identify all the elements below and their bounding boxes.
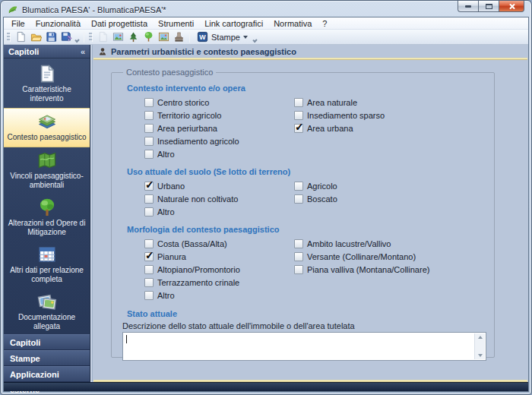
stamp-button[interactable]	[171, 30, 186, 44]
sidebar-item-altri-dati-per-relazione-completa[interactable]: Altri dati per relazione completa	[4, 242, 90, 289]
checkbox-insediamento-sparso[interactable]	[294, 111, 303, 120]
checkbox-label: Altopiano/Promontorio	[157, 265, 240, 274]
menu-funzionalita[interactable]: Funzionalità	[30, 18, 86, 29]
collapse-sidebar-icon[interactable]: «	[81, 47, 85, 56]
checkbox-columns: Costa (Bassa/Alta)PianuraAltopiano/Promo…	[144, 237, 486, 302]
checkbox-area-naturale[interactable]	[294, 98, 303, 107]
checkbox-row-boscato[interactable]: Boscato	[294, 192, 486, 205]
checkbox-row-costa-bassa-alta[interactable]: Costa (Bassa/Alta)	[144, 237, 294, 250]
panel-bar-applicazioni-esterne[interactable]: Applicazioni esterne	[4, 366, 90, 382]
checkbox-row-centro-storico[interactable]: Centro storico	[144, 96, 294, 109]
checkbox-row-area-periurbana[interactable]: Area periurbana	[144, 122, 294, 134]
checkbox-column-right: Area naturaleInsediamento sparsoArea urb…	[294, 96, 486, 160]
photo-button[interactable]	[110, 30, 125, 44]
menu-normativa[interactable]: Normativa	[268, 18, 317, 29]
checkbox-row-area-naturale[interactable]: Area naturale	[294, 96, 486, 109]
textarea-scrollbar[interactable]	[474, 333, 485, 359]
save-button[interactable]	[43, 30, 59, 44]
menu-file[interactable]: File	[6, 18, 30, 29]
chevron-down-icon	[243, 36, 248, 39]
menu-link-cartografici[interactable]: Link cartografici	[199, 18, 268, 29]
save-as-button[interactable]	[59, 30, 74, 44]
checkbox-altopiano-promontorio[interactable]	[144, 265, 154, 274]
stato-attuale-textarea[interactable]	[122, 332, 486, 361]
checkbox-altro[interactable]	[144, 150, 154, 159]
content-header: Parametri urbanistici e contesto paesagg…	[93, 45, 528, 58]
section-title: Morfologia del contesto paesaggistico	[127, 225, 486, 234]
checkbox-label: Costa (Bassa/Alta)	[157, 239, 227, 248]
menu-dati-progettista[interactable]: Dati progettista	[86, 18, 153, 29]
page-new-disabled-button[interactable]	[95, 30, 110, 44]
scroll-up-icon[interactable]	[478, 336, 483, 339]
menu-strumenti[interactable]: Strumenti	[153, 18, 199, 29]
window-title: Blumatica PAESA' - BlumaticaPAESA'*	[22, 5, 166, 14]
close-button[interactable]	[499, 1, 524, 12]
checkbox-row-terrazzamento-crinale[interactable]: Terrazzamento crinale	[144, 276, 294, 289]
stampe-dropdown[interactable]: W Stampe	[193, 30, 252, 44]
panel-bar-capitoli[interactable]: Capitoli	[4, 334, 90, 350]
checkbox-insediamento-agricolo[interactable]	[144, 137, 154, 146]
checkbox-row-ambito-lacustre-vallivo[interactable]: Ambito lacustre/Vallivo	[294, 237, 486, 250]
checkbox-column-left: UrbanoNaturale non coltivatoAltro	[144, 179, 294, 218]
checkbox-label: Altro	[157, 207, 175, 216]
leaf-tree-button[interactable]	[141, 30, 156, 44]
panel-bar-stampe[interactable]: Stampe	[4, 350, 90, 366]
checkbox-row-insediamento-agricolo[interactable]: Insediamento agricolo	[144, 134, 294, 147]
toolbar-grip-icon[interactable]	[89, 33, 93, 42]
checkbox-territorio-agricolo[interactable]	[144, 111, 154, 120]
checkbox-row-naturale-non-coltivato[interactable]: Naturale non coltivato	[144, 192, 294, 205]
sidebar-item-documentazione-allegata[interactable]: Documentazione allegata	[4, 289, 90, 334]
checkbox-row-agricolo[interactable]: Agricolo	[294, 179, 486, 192]
sidebar-item-vincoli-paesaggistico-ambientali[interactable]: Vincoli paesaggistico-ambientali	[4, 147, 90, 194]
checkbox-row-pianura[interactable]: Pianura	[144, 250, 294, 263]
checkbox-row-piana-valliva-montana-collinare[interactable]: Piana valliva (Montana/Collinare)	[294, 263, 486, 276]
toolbar-overflow-icon[interactable]	[74, 31, 81, 43]
checkbox-centro-storico[interactable]	[144, 98, 154, 107]
checkbox-terrazzamento-crinale[interactable]	[144, 278, 154, 287]
checkbox-row-territorio-agricolo[interactable]: Territorio agricolo	[144, 109, 294, 122]
checkbox-naturale-non-coltivato[interactable]	[144, 194, 154, 204]
maximize-button[interactable]	[478, 1, 499, 12]
checkbox-costa-bassa-alta[interactable]	[144, 239, 154, 248]
checkbox-pianura[interactable]	[144, 252, 154, 261]
checkbox-versante-collinare-montano[interactable]	[294, 252, 303, 261]
checkbox-row-altro[interactable]: Altro	[144, 289, 294, 302]
checkbox-row-versante-collinare-montano[interactable]: Versante (Collinare/Montano)	[294, 250, 486, 263]
checkbox-piana-valliva-montana-collinare[interactable]	[294, 265, 303, 274]
checkbox-row-altopiano-promontorio[interactable]: Altopiano/Promontorio	[144, 263, 294, 276]
minimize-icon	[465, 5, 471, 8]
new-document-button[interactable]	[13, 30, 28, 44]
groupbox-title: Contesto paesaggistico	[123, 68, 216, 77]
sidebar-item-contesto-paesaggistico[interactable]: Contesto paesaggistico	[4, 108, 90, 147]
sidebar-header-label: Capitoli	[8, 47, 39, 56]
checkbox-urbano[interactable]	[144, 182, 154, 191]
checkbox-row-area-urbana[interactable]: Area urbana	[294, 122, 486, 134]
framed-picture-button[interactable]	[156, 30, 171, 44]
checkbox-agricolo[interactable]	[294, 182, 303, 191]
toolbar-grip-icon[interactable]	[7, 33, 11, 42]
checkbox-altro[interactable]	[144, 207, 154, 216]
checkbox-column-left: Costa (Bassa/Alta)PianuraAltopiano/Promo…	[144, 237, 294, 302]
checkbox-column-left: Centro storicoTerritorio agricoloArea pe…	[144, 96, 294, 160]
sidebar-item-caratteristiche-intervento[interactable]: Caratteristiche intervento	[4, 61, 90, 108]
checkbox-row-altro[interactable]: Altro	[144, 205, 294, 218]
checkbox-row-insediamento-sparso[interactable]: Insediamento sparso	[294, 109, 486, 122]
checkbox-altro[interactable]	[144, 291, 154, 300]
checkbox-boscato[interactable]	[294, 194, 303, 204]
open-folder-button[interactable]	[28, 30, 43, 44]
minimize-button[interactable]	[458, 1, 478, 12]
sidebar-item-alterazioni-ed-opere-di-mitigazione[interactable]: Alterazioni ed Opere di Mitigazione	[4, 194, 90, 242]
conifer-tree-button[interactable]	[125, 30, 141, 44]
app-window: Blumatica PAESA' - BlumaticaPAESA'* File…	[0, 0, 532, 395]
toolbar-overflow-icon[interactable]	[252, 31, 258, 43]
checkbox-ambito-lacustre-vallivo[interactable]	[294, 239, 303, 248]
checkbox-row-urbano[interactable]: Urbano	[144, 179, 294, 192]
checkbox-column-right: AgricoloBoscato	[294, 179, 486, 218]
toolbar-separator	[84, 32, 84, 43]
menu-[interactable]: ?	[317, 18, 332, 29]
checkbox-area-periurbana[interactable]	[144, 124, 154, 133]
checkbox-row-altro[interactable]: Altro	[144, 147, 294, 160]
scroll-down-icon[interactable]	[478, 354, 483, 357]
save-as-icon	[61, 31, 72, 43]
checkbox-area-urbana[interactable]	[294, 124, 303, 133]
